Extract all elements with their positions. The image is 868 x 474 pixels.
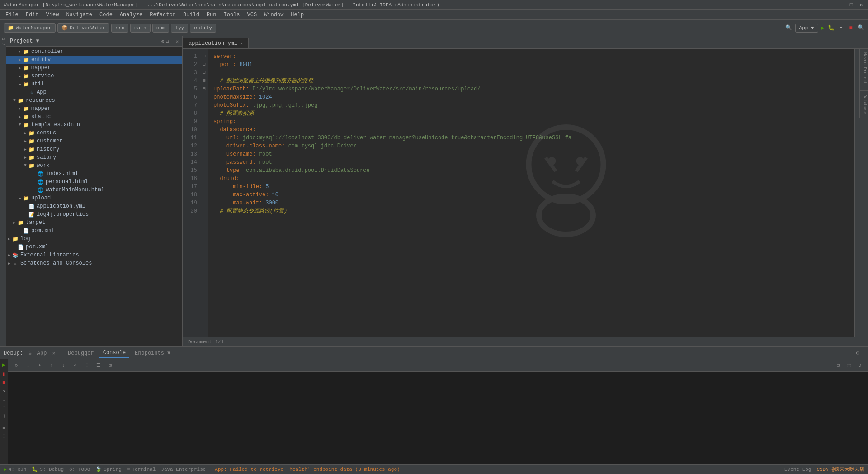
menu-window[interactable]: Window xyxy=(260,11,287,19)
project-settings-icon[interactable]: ≡ xyxy=(171,38,174,44)
java-enterprise-tab[interactable]: Java Enterprise xyxy=(161,467,206,472)
debug-settings-icon[interactable]: ⚙ xyxy=(856,350,859,356)
tree-item-log4j[interactable]: 📝 log4j.properties xyxy=(6,210,182,218)
resume-button[interactable]: ▶ xyxy=(2,361,5,369)
run-coverage-button[interactable]: ☂ xyxy=(837,24,844,32)
fold-10[interactable]: ⊟ xyxy=(201,69,208,77)
tree-item-census[interactable]: ▶ 📁 census xyxy=(6,129,182,137)
tree-item-scratches[interactable]: ▶ ✏️ Scratches and Consoles xyxy=(6,259,182,267)
console-filter-icon[interactable]: ⬇ xyxy=(35,361,44,370)
tab-close-button[interactable]: ✕ xyxy=(240,41,243,46)
tree-item-index-html[interactable]: 🌐 index.html xyxy=(6,170,182,178)
debug-tab-debugger[interactable]: Debugger xyxy=(64,349,98,357)
left-icon-1[interactable]: 1 xyxy=(1,38,5,40)
tree-item-customer[interactable]: ▶ 📁 customer xyxy=(6,137,182,145)
debug-tab-status[interactable]: 🐛 5: Debug xyxy=(32,466,64,472)
fold-16[interactable]: ⊟ xyxy=(201,77,208,85)
debug-content[interactable] xyxy=(8,372,868,464)
fold-1[interactable]: ⊟ xyxy=(201,52,208,61)
terminal-tab[interactable]: ⌨ Terminal xyxy=(127,466,156,472)
run-config-selector[interactable]: App ▼ xyxy=(795,24,818,33)
tree-item-application-yml[interactable]: 📄 application.yml xyxy=(6,202,182,210)
tree-item-pom-xml[interactable]: 📄 pom.xml xyxy=(6,227,182,235)
tree-item-resources-mapper[interactable]: ▶ 📁 mapper xyxy=(6,104,182,113)
search-icon[interactable]: 🔍 xyxy=(857,24,864,32)
tree-item-root-pom[interactable]: 📄 pom.xml xyxy=(6,243,182,251)
src-selector[interactable]: src xyxy=(111,24,128,33)
debug-button[interactable]: 🐛 xyxy=(827,24,835,32)
step-into-button[interactable]: ↓ xyxy=(2,397,5,402)
minimize-button[interactable]: ─ xyxy=(838,2,844,8)
menu-code[interactable]: Code xyxy=(96,11,116,19)
code-area[interactable]: server: port: 8081 # 配置浏览器上传图像到服务器的路径 up… xyxy=(208,49,854,337)
debug-refresh-icon[interactable]: ↺ xyxy=(855,361,864,370)
tree-item-templates[interactable]: ▼ 📁 templates.admin xyxy=(6,121,182,129)
debug-minimize-icon[interactable]: ─ xyxy=(861,350,864,356)
stop-button[interactable]: ■ xyxy=(847,24,854,32)
console-down-icon[interactable]: ↓ xyxy=(59,361,68,370)
main-selector[interactable]: main xyxy=(130,24,150,33)
project-title[interactable]: Project ▼ xyxy=(10,38,39,44)
editor-scrollbar[interactable] xyxy=(854,49,859,337)
menu-tools[interactable]: Tools xyxy=(220,11,244,19)
debug-tab-endpoints[interactable]: Endpoints ▼ xyxy=(131,349,174,357)
tree-item-resources[interactable]: ▼ 📁 resources xyxy=(6,96,182,104)
step-out-button[interactable]: ↑ xyxy=(2,405,5,410)
console-up-icon[interactable]: ↑ xyxy=(47,361,56,370)
console-format-icon[interactable]: ☰ xyxy=(94,361,103,370)
more-button[interactable]: ⋮ xyxy=(1,433,6,439)
console-wrap-icon[interactable]: ↩ xyxy=(71,361,80,370)
fold-9[interactable]: ⊟ xyxy=(201,61,208,69)
maven-projects-tab[interactable]: Maven Projects xyxy=(859,49,868,91)
project-selector[interactable]: 📁 WaterManager xyxy=(4,23,56,33)
tree-item-util[interactable]: ▶ 📁 util xyxy=(6,80,182,88)
tree-item-main-menu-html[interactable]: 🌐 waterMainMenu.html xyxy=(6,186,182,194)
menu-refactor[interactable]: Refactor xyxy=(146,11,179,19)
tree-item-upload[interactable]: ▶ 📁 upload xyxy=(6,194,182,202)
stop-button[interactable]: ■ xyxy=(2,380,5,385)
event-log-link[interactable]: Event Log xyxy=(784,467,811,472)
tree-item-personal-html[interactable]: 🌐 personal.html xyxy=(6,178,182,186)
menu-edit[interactable]: Edit xyxy=(22,11,42,19)
run-cursor-button[interactable]: ⤵ xyxy=(3,413,5,419)
pause-button[interactable]: ⏸ xyxy=(1,371,6,377)
debug-tab-console[interactable]: Console xyxy=(99,349,129,358)
console-scroll-icon[interactable]: ↕ xyxy=(24,361,33,370)
tab-application-yml[interactable]: application.yml ✕ xyxy=(183,38,249,48)
tree-item-log[interactable]: ▶ 📁 log xyxy=(6,235,182,243)
menu-file[interactable]: File xyxy=(2,11,22,19)
tree-item-external-libs[interactable]: ▶ 📚 External Libraries xyxy=(6,251,182,259)
search-everywhere-icon[interactable]: 🔍 xyxy=(785,24,793,32)
databases-tab[interactable]: Database xyxy=(859,91,868,118)
tree-item-app[interactable]: ☕ App xyxy=(6,88,182,96)
tree-item-static[interactable]: ▶ 📁 static xyxy=(6,113,182,121)
debug-split-icon[interactable]: ⊟ xyxy=(834,361,843,370)
menu-navigate[interactable]: Navigate xyxy=(62,11,96,19)
tree-item-salary[interactable]: ▶ 📁 salary xyxy=(6,153,182,161)
close-button[interactable]: ✕ xyxy=(858,2,864,8)
fold-19[interactable]: ⊟ xyxy=(201,85,208,93)
tree-item-target[interactable]: ▶ 📁 target xyxy=(6,218,182,227)
run-tab[interactable]: ▶ 4: Run xyxy=(4,466,26,472)
maximize-button[interactable]: □ xyxy=(848,2,854,8)
tree-item-service[interactable]: ▶ 📁 service xyxy=(6,72,182,80)
menu-run[interactable]: Run xyxy=(203,11,220,19)
debug-expand-icon[interactable]: ⬚ xyxy=(844,361,854,370)
console-export-icon[interactable]: ⊞ xyxy=(106,361,115,370)
spring-tab[interactable]: 🍃 Spring xyxy=(95,466,122,472)
console-clear-icon[interactable]: ⊘ xyxy=(12,361,21,370)
run-button[interactable]: ▶ xyxy=(821,24,825,32)
menu-build[interactable]: Build xyxy=(179,11,203,19)
debug-app-label[interactable]: App xyxy=(37,350,47,356)
menu-view[interactable]: View xyxy=(42,11,63,19)
module-selector[interactable]: 📦 DeliverWater xyxy=(57,23,109,33)
project-close-icon[interactable]: ✕ xyxy=(175,38,179,44)
left-icon-2[interactable]: 7 xyxy=(1,43,5,45)
step-over-button[interactable]: ↷ xyxy=(2,388,5,394)
tree-item-work[interactable]: ▼ 📁 work xyxy=(6,161,182,170)
tree-item-controller[interactable]: ▶ 📁 controller xyxy=(6,47,182,56)
tree-item-history[interactable]: ▶ 📁 history xyxy=(6,145,182,153)
debug-app-close[interactable]: ✕ xyxy=(52,350,55,356)
com-selector[interactable]: com xyxy=(152,24,170,33)
project-collapse-icon[interactable]: ⇄ xyxy=(166,38,169,44)
